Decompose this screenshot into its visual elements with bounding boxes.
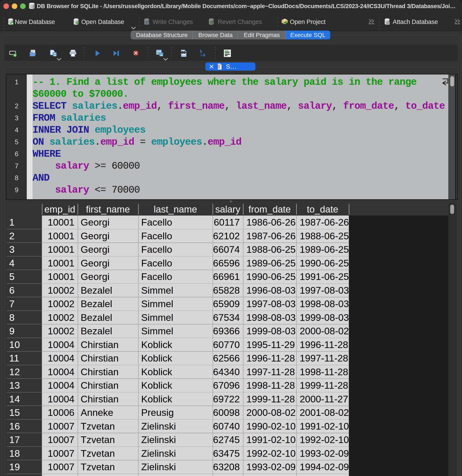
svg-text:a: a [203,51,205,57]
svg-text:h: h [200,50,202,54]
